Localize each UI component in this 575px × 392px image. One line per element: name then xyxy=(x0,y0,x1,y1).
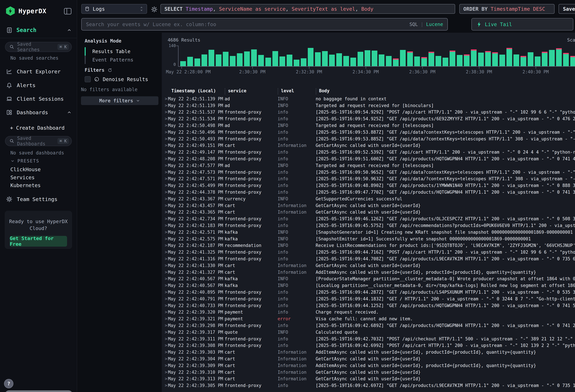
row-expand-chevron[interactable]: > xyxy=(162,216,168,221)
table-row[interactable]: >May 22 2:42:39.298 PMfrontend-proxyinfo… xyxy=(162,322,575,329)
row-expand-chevron[interactable]: > xyxy=(162,143,168,148)
histogram-bar[interactable] xyxy=(301,58,307,66)
table-row[interactable]: >May 22 2:42:45.499 PMfrontend-proxyinfo… xyxy=(162,182,575,189)
table-row[interactable]: >May 22 2:42:51.534 PMfrontend-proxyinfo… xyxy=(162,115,575,122)
row-expand-chevron[interactable]: > xyxy=(162,290,168,295)
histogram-bar[interactable] xyxy=(209,50,214,66)
source-select[interactable]: Logs xyxy=(81,4,147,14)
table-row[interactable]: >May 22 2:42:42.571 PMkafkaINFO[Snapshot… xyxy=(162,229,575,235)
histogram-bar[interactable] xyxy=(485,51,491,66)
histogram-bar[interactable] xyxy=(563,53,569,66)
column-header-service[interactable]: service xyxy=(228,88,246,93)
chevron-up-icon[interactable] xyxy=(67,110,72,115)
sidebar-item-chart-explorer[interactable]: Chart Explorer xyxy=(6,68,61,75)
row-expand-chevron[interactable]: > xyxy=(162,356,168,361)
table-row[interactable]: >May 22 2:42:39.304 PMcartInformationGet… xyxy=(162,355,575,362)
row-expand-chevron[interactable]: > xyxy=(162,297,168,301)
histogram-bar[interactable] xyxy=(343,56,349,66)
table-row[interactable]: >May 22 2:42:44.378 PMfrontend-proxyinfo… xyxy=(162,189,575,195)
row-expand-chevron[interactable]: > xyxy=(162,277,168,281)
table-row[interactable]: >May 22 2:42:40.567 PMkafkaINFO[LocalLog… xyxy=(162,282,575,289)
table-row[interactable]: >May 22 2:42:51.537 PMfrontend-proxyinfo… xyxy=(162,109,575,115)
histogram-bar[interactable] xyxy=(287,55,292,66)
row-expand-chevron[interactable]: > xyxy=(162,337,168,341)
sidebar-item-alerts[interactable]: Alerts xyxy=(6,82,36,89)
row-expand-chevron[interactable]: > xyxy=(162,223,168,228)
row-expand-chevron[interactable]: > xyxy=(162,383,168,388)
table-row[interactable]: >May 22 2:42:39.311 PMfrontend-proxyinfo… xyxy=(162,336,575,342)
row-expand-chevron[interactable]: > xyxy=(162,170,168,175)
histogram-bar[interactable] xyxy=(365,50,370,66)
histogram-bar[interactable] xyxy=(251,49,257,66)
logo[interactable]: HyperDX xyxy=(6,6,47,16)
source-settings-gear-icon[interactable] xyxy=(151,6,158,13)
histogram-bar[interactable] xyxy=(457,55,462,66)
row-expand-chevron[interactable]: > xyxy=(162,270,168,275)
mode-lucene-toggle[interactable]: Lucene xyxy=(426,22,443,27)
table-row[interactable]: >May 22 2:42:39.317 PMquoteINFOCalculate… xyxy=(162,329,575,336)
histogram-bar[interactable] xyxy=(294,60,299,66)
table-row[interactable]: >May 22 2:42:39.308 PMfrontend-proxyinfo… xyxy=(162,342,575,349)
row-expand-chevron[interactable]: > xyxy=(162,250,168,254)
table-row[interactable]: >May 22 2:42:39.305 PMfrontend-proxyinfo… xyxy=(162,382,575,389)
histogram-bar[interactable] xyxy=(570,56,575,66)
histogram-bar[interactable] xyxy=(450,51,455,66)
row-expand-chevron[interactable]: > xyxy=(162,123,168,128)
row-expand-chevron[interactable]: > xyxy=(162,103,168,108)
row-expand-chevron[interactable]: > xyxy=(162,343,168,348)
select-query-input[interactable]: SELECT Timestamp, ServiceName as service… xyxy=(160,4,455,14)
chevron-up-icon[interactable] xyxy=(67,28,72,33)
table-row[interactable]: >May 22 2:42:42.575 PMkafkaINFO[Snapshot… xyxy=(162,235,575,242)
row-expand-chevron[interactable]: > xyxy=(162,323,168,328)
row-expand-chevron[interactable]: > xyxy=(162,96,168,101)
histogram-bar[interactable] xyxy=(386,56,392,66)
row-expand-chevron[interactable]: > xyxy=(162,330,168,335)
table-row[interactable]: >May 22 2:42:39.320 PMpaymentinfoCharge … xyxy=(162,309,575,316)
histogram-bar[interactable] xyxy=(521,56,526,66)
histogram-bar[interactable] xyxy=(244,51,250,66)
row-expand-chevron[interactable]: > xyxy=(162,197,168,201)
row-expand-chevron[interactable]: > xyxy=(162,210,168,214)
column-header-body[interactable]: Body xyxy=(319,88,330,93)
create-dashboard-button[interactable]: + Create Dashboard xyxy=(10,125,65,131)
table-row[interactable]: >May 22 2:42:42.734 PMfrontend-proxyinfo… xyxy=(162,215,575,222)
histogram-bar[interactable] xyxy=(237,53,242,66)
row-expand-chevron[interactable]: > xyxy=(162,370,168,375)
row-expand-chevron[interactable]: > xyxy=(162,376,168,381)
column-resize-handle[interactable] xyxy=(225,88,225,94)
histogram-bar[interactable] xyxy=(513,54,519,66)
row-expand-chevron[interactable]: > xyxy=(162,110,168,115)
column-header-level[interactable]: level xyxy=(281,88,294,93)
preset-clickhouse[interactable]: ClickHouse xyxy=(10,166,41,172)
histogram-bar[interactable] xyxy=(336,53,342,66)
histogram-bar[interactable] xyxy=(372,51,377,66)
row-expand-chevron[interactable]: > xyxy=(162,190,168,194)
preset-kubernetes[interactable]: Kubernetes xyxy=(10,183,41,188)
mode-sql-toggle[interactable]: SQL xyxy=(409,22,418,27)
histogram-bar[interactable] xyxy=(187,57,193,66)
table-row[interactable]: >May 22 2:42:39.310 PMcartInformationGet… xyxy=(162,369,575,376)
table-row[interactable]: >May 22 2:42:40.733 PMfrontend-proxyinfo… xyxy=(162,302,575,309)
histogram-bar[interactable] xyxy=(379,54,384,66)
sidebar-collapse-icon[interactable] xyxy=(64,8,72,14)
table-row[interactable]: >May 22 2:42:50.493 PMfrontend-proxyinfo… xyxy=(162,136,575,142)
column-header-timestamp[interactable]: Timestamp (Local) xyxy=(171,88,216,93)
histogram-bar[interactable] xyxy=(471,49,477,66)
row-expand-chevron[interactable]: > xyxy=(162,137,168,141)
table-row[interactable]: >May 22 2:42:40.895 PMfrontend-proxyinfo… xyxy=(162,289,575,296)
histogram-bar[interactable] xyxy=(542,52,548,66)
saved-dashboards-input[interactable]: Saved Dashboards ⌘ K xyxy=(5,136,72,146)
refresh-icon[interactable] xyxy=(107,68,113,73)
tab-event-patterns[interactable]: Event Patterns xyxy=(85,56,133,64)
row-expand-chevron[interactable]: > xyxy=(162,363,168,368)
histogram-bar[interactable] xyxy=(223,52,229,66)
histogram-bar[interactable] xyxy=(230,56,236,66)
table-row[interactable]: >May 22 2:42:47.571 PMfrontend-proxyinfo… xyxy=(162,176,575,182)
table-row[interactable]: >May 22 2:42:50.498 PMadINFOTargeted ad … xyxy=(162,122,575,129)
sidebar-item-dashboards[interactable]: Dashboards xyxy=(6,109,72,115)
help-button[interactable]: ? xyxy=(4,379,13,388)
histogram-bar[interactable] xyxy=(393,58,399,66)
live-tail-button[interactable]: Live Tail xyxy=(471,18,573,30)
table-row[interactable]: >May 22 2:42:41.325 PMfrontend-proxyinfo… xyxy=(162,249,575,255)
table-row[interactable]: >May 22 2:42:43.457 PMcartInformationGet… xyxy=(162,202,575,209)
